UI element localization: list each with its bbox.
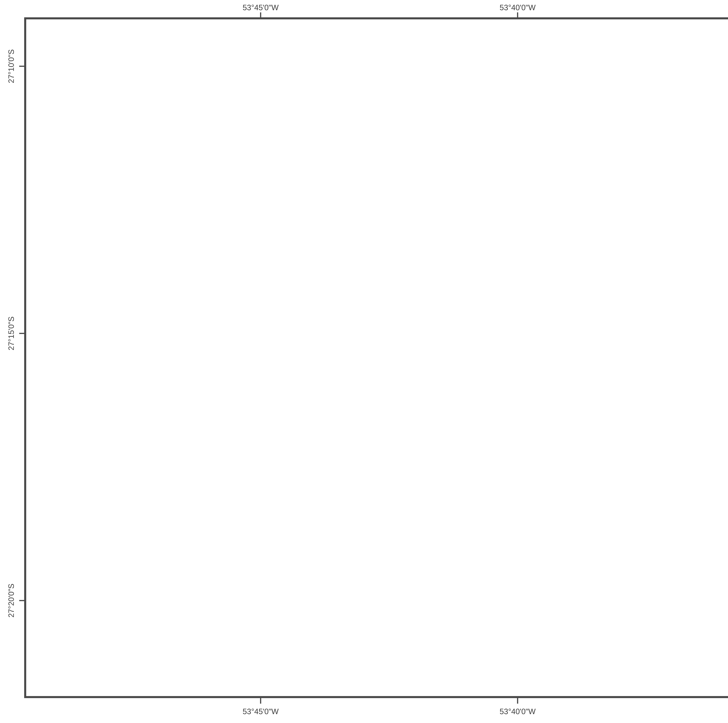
coordinate-label-left: 27°15'0"S: [7, 316, 15, 350]
coordinate-label-bottom: 53°40'0"W: [500, 707, 536, 716]
coordinate-label-top: 53°45'0"W: [243, 3, 279, 12]
coordinate-label-left: 27°20'0"S: [7, 584, 15, 618]
coordinate-label-bottom: 53°45'0"W: [243, 707, 279, 716]
map-frame: [24, 17, 728, 698]
coordinate-label-top: 53°40'0"W: [500, 3, 536, 12]
coordinate-label-left: 27°10'0"S: [7, 49, 15, 83]
